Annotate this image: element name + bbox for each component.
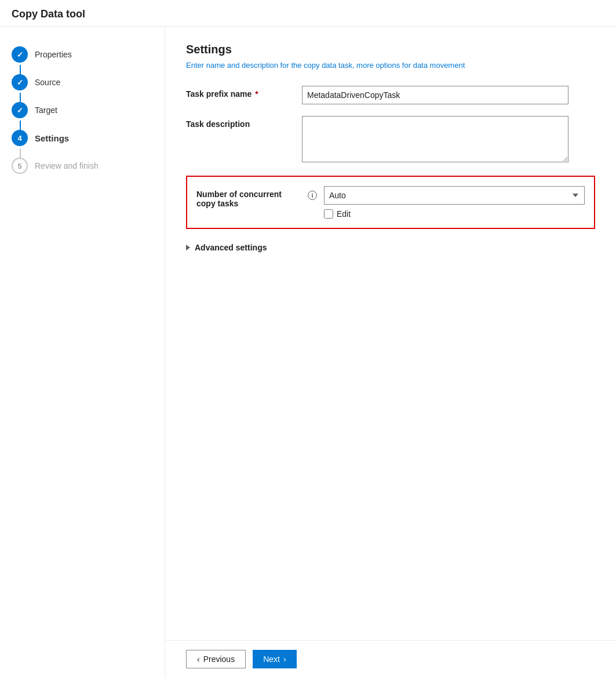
task-prefix-name-label: Task prefix name * [186,86,302,99]
step-5-circle: 5 [12,158,28,174]
concurrent-tasks-controls: Auto 1 2 4 8 16 Edit [324,186,585,219]
step-2-checkmark: ✓ [17,78,23,87]
task-description-control [302,116,568,164]
step-4-circle: 4 [12,130,28,146]
edit-row: Edit [324,209,585,219]
concurrent-tasks-dropdown[interactable]: Auto 1 2 4 8 16 [324,186,585,205]
next-chevron-icon: › [283,654,286,664]
edit-label: Edit [337,209,351,219]
step-1-label: Properties [35,50,72,59]
edit-checkbox[interactable] [324,209,333,219]
step-1-circle: ✓ [12,46,28,63]
sidebar: ✓ Properties ✓ Source ✓ Target 4 Setting… [0,27,165,678]
task-description-input[interactable] [302,116,568,162]
task-description-row: Task description [186,116,595,164]
step-5-label: Review and finish [35,161,99,170]
task-prefix-name-control [302,86,568,104]
step-3-checkmark: ✓ [17,106,23,115]
step-2-label: Source [35,78,60,87]
page-title: Settings [186,43,595,56]
task-prefix-name-input[interactable] [302,86,568,104]
task-prefix-name-row: Task prefix name * [186,86,595,104]
next-button[interactable]: Next › [253,650,296,668]
advanced-settings-row[interactable]: Advanced settings [186,241,595,254]
step-target[interactable]: ✓ Target [12,96,153,124]
advanced-settings-label: Advanced settings [195,243,267,252]
concurrent-tasks-label: Number of concurrent copy tasks [196,186,301,208]
concurrent-tasks-row: Number of concurrent copy tasks i Auto 1… [196,186,585,219]
previous-button[interactable]: ‹ Previous [186,650,246,668]
next-label: Next [263,654,280,664]
step-settings[interactable]: 4 Settings [12,124,153,152]
content-footer: ‹ Previous Next › [165,640,616,678]
app-title: Copy Data tool [12,8,604,20]
content-area: Settings Enter name and description for … [165,27,616,678]
concurrent-tasks-section: Number of concurrent copy tasks i Auto 1… [186,176,595,229]
step-properties[interactable]: ✓ Properties [12,41,153,68]
previous-label: Previous [203,654,235,664]
app-header: Copy Data tool [0,0,616,27]
info-icon[interactable]: i [308,191,317,200]
required-indicator: * [255,89,258,99]
step-4-number: 4 [17,134,21,143]
step-1-checkmark: ✓ [17,50,23,59]
step-source[interactable]: ✓ Source [12,68,153,96]
content-body: Settings Enter name and description for … [165,27,616,640]
chevron-right-icon [186,245,190,250]
main-layout: ✓ Properties ✓ Source ✓ Target 4 Setting… [0,27,616,678]
step-3-label: Target [35,106,57,115]
previous-chevron-icon: ‹ [197,654,200,664]
step-4-label: Settings [35,133,69,143]
page-subtitle: Enter name and description for the copy … [186,61,595,70]
step-5-number: 5 [17,162,21,170]
step-review[interactable]: 5 Review and finish [12,152,153,180]
task-description-label: Task description [186,116,302,129]
step-2-circle: ✓ [12,74,28,90]
step-3-circle: ✓ [12,102,28,118]
